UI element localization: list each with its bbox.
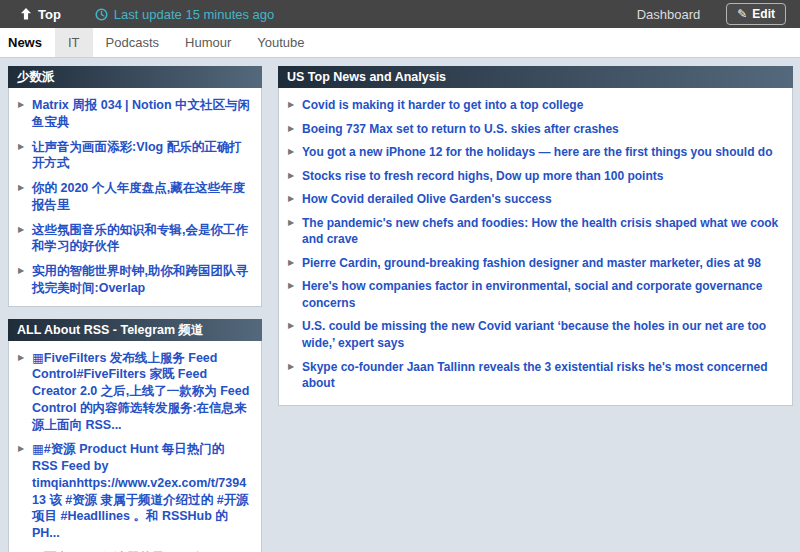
- triangle-bullet-icon[interactable]: ▶: [288, 193, 294, 205]
- article-link[interactable]: How Covid derailed Olive Garden's succes…: [302, 192, 552, 206]
- article-item: ▶▦FiveFilters 发布线上服务 Feed Control#FiveFi…: [17, 350, 253, 434]
- article-link[interactable]: 让声音为画面添彩:Vlog 配乐的正确打开方式: [32, 140, 242, 171]
- triangle-bullet-icon[interactable]: ▶: [288, 320, 294, 332]
- triangle-bullet-icon[interactable]: ▶: [288, 170, 294, 182]
- category-tab-bar: NewsITPodcastsHumourYoutube: [0, 28, 800, 58]
- article-link[interactable]: Covid is making it harder to get into a …: [302, 98, 583, 112]
- triangle-bullet-icon[interactable]: ▶: [288, 280, 294, 292]
- article-link[interactable]: Here's how companies factor in environme…: [302, 279, 762, 310]
- triangle-bullet-icon[interactable]: ▶: [288, 123, 294, 135]
- triangle-bullet-icon[interactable]: ▶: [288, 146, 294, 158]
- article-item: ▶Pierre Cardin, ground-breaking fashion …: [287, 255, 784, 272]
- article-link[interactable]: ▦#资源 Product Hunt 每日热门的 RSS Feed by timq…: [32, 442, 249, 540]
- top-bar: Top Last update 15 minutes ago Dashboard…: [0, 0, 800, 28]
- triangle-bullet-icon[interactable]: ▶: [18, 224, 24, 236]
- article-link[interactable]: ▦FiveFilters 发布线上服务 Feed Control#FiveFil…: [32, 351, 249, 432]
- panel-title: 少数派: [8, 66, 262, 88]
- triangle-bullet-icon[interactable]: ▶: [288, 257, 294, 269]
- article-link[interactable]: 你的 2020 个人年度盘点,藏在这些年度报告里: [32, 181, 245, 212]
- panel-body: ▶Matrix 周报 034 | Notion 中文社区与闲鱼宝典▶让声音为画面…: [8, 88, 262, 307]
- feed-panel: 少数派▶Matrix 周报 034 | Notion 中文社区与闲鱼宝典▶让声音…: [8, 66, 262, 307]
- tab-it[interactable]: IT: [55, 28, 93, 57]
- article-item: ▶Boeing 737 Max set to return to U.S. sk…: [287, 121, 784, 138]
- last-update-text: Last update 15 minutes ago: [114, 7, 274, 22]
- panel-title: ALL About RSS - Telegram 频道: [8, 319, 262, 341]
- tab-podcasts[interactable]: Podcasts: [93, 28, 172, 57]
- triangle-bullet-icon[interactable]: ▶: [288, 361, 294, 373]
- panel-body: ▶Covid is making it harder to get into a…: [278, 88, 793, 406]
- article-link[interactable]: 这些氛围音乐的知识和专辑,会是你工作和学习的好伙伴: [32, 223, 248, 254]
- dashboard-label: Dashboard: [637, 7, 701, 22]
- article-item: ▶你的 2020 个人年度盘点,藏在这些年度报告里: [17, 180, 253, 214]
- triangle-bullet-icon[interactable]: ▶: [18, 141, 24, 153]
- triangle-bullet-icon[interactable]: ▶: [288, 99, 294, 111]
- tab-news[interactable]: News: [0, 28, 55, 57]
- article-item: ▶这些氛围音乐的知识和专辑,会是你工作和学习的好伙伴: [17, 222, 253, 256]
- triangle-bullet-icon[interactable]: ▶: [18, 352, 24, 364]
- article-link[interactable]: Boeing 737 Max set to return to U.S. ski…: [302, 122, 619, 136]
- last-update-status: Last update 15 minutes ago: [95, 7, 274, 22]
- right-column: US Top News and Analysis▶Covid is making…: [278, 66, 793, 406]
- clock-icon: [95, 8, 108, 21]
- triangle-bullet-icon[interactable]: ▶: [288, 217, 294, 229]
- article-item: ▶Here's how companies factor in environm…: [287, 278, 784, 311]
- edit-button-label: Edit: [752, 7, 775, 21]
- dashboard-app: Top Last update 15 minutes ago Dashboard…: [0, 0, 800, 552]
- article-item: ▶The pandemic's new chefs and foodies: H…: [287, 215, 784, 248]
- left-column: 少数派▶Matrix 周报 034 | Notion 中文社区与闲鱼宝典▶让声音…: [8, 66, 262, 552]
- feed-panel: ALL About RSS - Telegram 频道▶▦FiveFilters…: [8, 319, 262, 552]
- article-item: ▶让声音为画面添彩:Vlog 配乐的正确打开方式: [17, 139, 253, 173]
- article-link[interactable]: Skype co-founder Jaan Tallinn reveals th…: [302, 360, 767, 391]
- article-item: ▶Covid is making it harder to get into a…: [287, 97, 784, 114]
- panel-title: US Top News and Analysis: [278, 66, 793, 88]
- article-item: ▶Stocks rise to fresh record highs, Dow …: [287, 168, 784, 185]
- article-list: ▶Covid is making it harder to get into a…: [287, 97, 784, 392]
- article-item: ▶▦#资源 Product Hunt 每日热门的 RSS Feed by tim…: [17, 441, 253, 542]
- triangle-bullet-icon[interactable]: ▶: [18, 182, 24, 194]
- article-list: ▶Matrix 周报 034 | Notion 中文社区与闲鱼宝典▶让声音为画面…: [17, 97, 253, 297]
- article-link[interactable]: Matrix 周报 034 | Notion 中文社区与闲鱼宝典: [32, 98, 250, 129]
- article-link[interactable]: The pandemic's new chefs and foodies: Ho…: [302, 216, 778, 247]
- scroll-to-top-button[interactable]: Top: [20, 7, 61, 22]
- article-link[interactable]: Stocks rise to fresh record highs, Dow u…: [302, 169, 663, 183]
- article-link[interactable]: You got a new iPhone 12 for the holidays…: [302, 145, 773, 159]
- article-link[interactable]: Pierre Cardin, ground-breaking fashion d…: [302, 256, 761, 270]
- article-item: ▶Skype co-founder Jaan Tallinn reveals t…: [287, 359, 784, 392]
- edit-button[interactable]: ✎ Edit: [726, 3, 786, 25]
- dashboard-content: 少数派▶Matrix 周报 034 | Notion 中文社区与闲鱼宝典▶让声音…: [0, 58, 800, 552]
- panel-body: ▶▦FiveFilters 发布线上服务 Feed Control#FiveFi…: [8, 341, 262, 552]
- feed-panel: US Top News and Analysis▶Covid is making…: [278, 66, 793, 406]
- tab-humour[interactable]: Humour: [172, 28, 244, 57]
- article-item: ▶You got a new iPhone 12 for the holiday…: [287, 144, 784, 161]
- article-link[interactable]: 实用的智能世界时钟,助你和跨国团队寻找完美时间:Overlap: [32, 264, 248, 295]
- article-list: ▶▦FiveFilters 发布线上服务 Feed Control#FiveFi…: [17, 350, 253, 552]
- article-item: ▶实用的智能世界时钟,助你和跨国团队寻找完美时间:Overlap: [17, 263, 253, 297]
- triangle-bullet-icon[interactable]: ▶: [18, 265, 24, 277]
- triangle-bullet-icon[interactable]: ▶: [18, 443, 24, 455]
- tab-youtube[interactable]: Youtube: [244, 28, 317, 57]
- article-item: ▶How Covid derailed Olive Garden's succe…: [287, 191, 784, 208]
- article-item: ▶U.S. could be missing the new Covid var…: [287, 318, 784, 351]
- article-link[interactable]: U.S. could be missing the new Covid vari…: [302, 319, 766, 350]
- article-item: ▶Matrix 周报 034 | Notion 中文社区与闲鱼宝典: [17, 97, 253, 131]
- up-arrow-icon: [20, 8, 32, 20]
- triangle-bullet-icon[interactable]: ▶: [18, 99, 24, 111]
- top-label: Top: [38, 7, 61, 22]
- pencil-icon: ✎: [737, 7, 747, 21]
